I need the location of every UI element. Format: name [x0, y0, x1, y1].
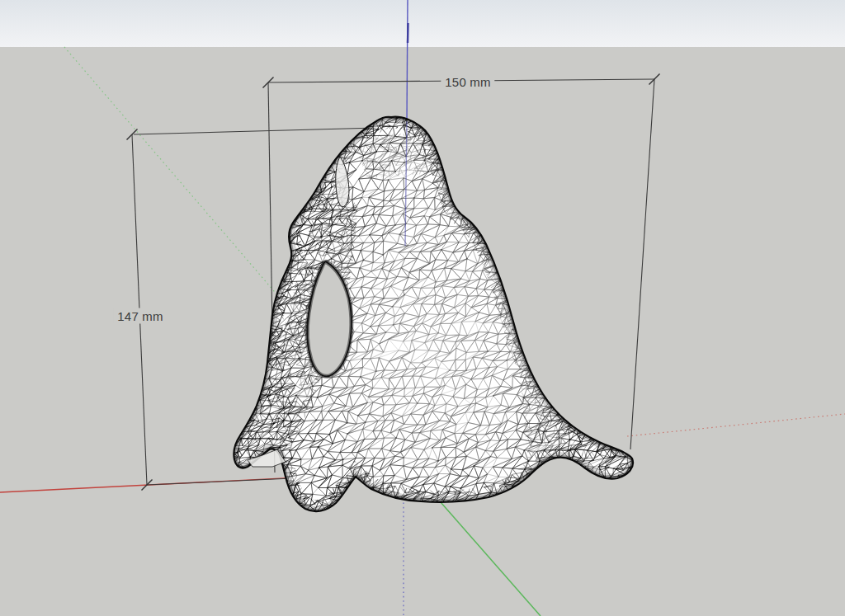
green-axis-dotted — [64, 47, 289, 308]
red-axis-dotted — [627, 414, 845, 436]
model-mesh[interactable] — [224, 106, 657, 534]
dimension-width-label[interactable]: 150 mm — [441, 74, 494, 90]
green-axis — [435, 496, 541, 616]
blue-axis — [407, 0, 408, 121]
3d-viewport[interactable]: 150 mm 147 mm — [0, 0, 845, 616]
dimension-height-label[interactable]: 147 mm — [113, 308, 167, 324]
